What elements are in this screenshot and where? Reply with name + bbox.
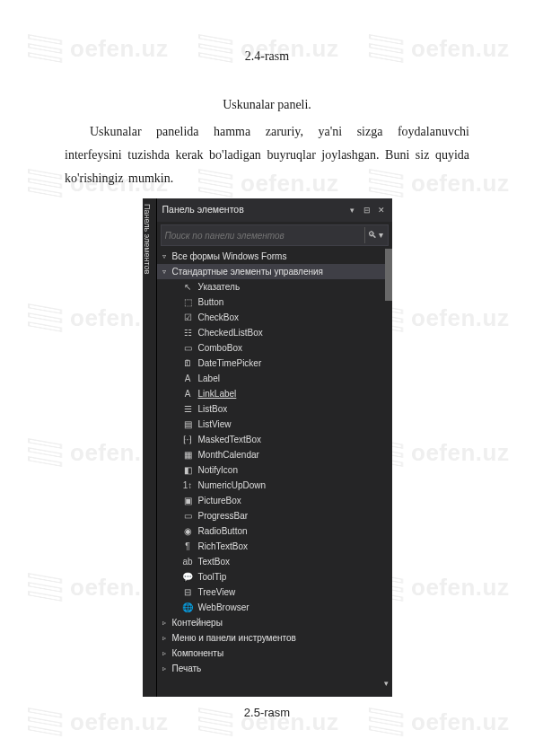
toolbox-item-label: CheckedListBox [198,327,263,339]
toolbox-item[interactable]: 🌐WebBrowser [157,600,392,615]
figure-label-top: 2.4-rasm [65,45,469,68]
numeric-icon: 1↕ [182,479,194,491]
toolbox-item-label: MaskedTextBox [198,434,262,446]
toolbox-item[interactable]: ☷CheckedListBox [157,325,392,340]
subtitle: Uskunalar paneli. [65,93,469,117]
expander-icon[interactable]: ▹ [161,633,168,643]
dropdown-icon[interactable]: ▾ [347,205,358,215]
toolbox-item[interactable]: ☰ListBox [157,401,392,417]
toolbox-item-label: DateTimePicker [198,357,262,370]
scroll-down-icon[interactable]: ▾ [157,676,392,693]
group-label: Все формы Windows Forms [172,251,287,263]
toolbox-item-label: LinkLabel [198,388,237,400]
textbox-icon: ab [182,556,194,567]
toolbox-item-label: ToolTip [198,571,227,584]
toolbox-group[interactable]: ▹Компоненты [157,646,392,661]
toolbox-group[interactable]: ▹Печать [157,661,392,676]
toolbox-item[interactable]: 1↕NumericUpDown [157,478,392,493]
toolbox-item-label: NotifyIcon [198,464,238,477]
toolbox-search[interactable]: 🔍︎ ▾ [161,224,389,247]
toolbox-item[interactable]: 💬ToolTip [157,569,392,585]
toolbox-item[interactable]: ALabel [157,371,392,386]
toolbox-item-label: ProgressBar [198,510,249,523]
toolbox-item[interactable]: ◉RadioButton [157,523,392,539]
toolbox-item[interactable]: ¶RichTextBox [157,539,392,554]
listview-icon: ▤ [182,418,194,430]
toolbox-item-label: CheckBox [198,312,240,324]
cursor-icon: ↖ [182,281,194,293]
check-icon: ☑ [182,312,194,323]
listbox-icon: ☰ [182,403,194,415]
toolbox-item[interactable]: ▭ProgressBar [157,508,392,523]
toolbox-group[interactable]: ▹Контейнеры [157,615,392,630]
expander-icon[interactable]: ▿ [161,267,168,277]
month-icon: ▦ [182,449,194,461]
expander-icon[interactable]: ▹ [161,618,168,628]
toolbox-item[interactable]: ▤ListView [157,417,392,432]
richtext-icon: ¶ [182,541,194,552]
paragraph: Uskunalar panelida hamma zaruriy, ya'ni … [65,120,469,190]
toolbox-item[interactable]: ◧NotifyIcon [157,462,392,478]
toolbox-item[interactable]: abTextBox [157,554,392,569]
toolbox-item[interactable]: ↖Указатель [157,279,392,294]
toolbox-item-label: ComboBox [198,342,242,355]
group-label: Меню и панели инструментов [172,632,296,645]
linklabel-icon: A [182,388,194,400]
toolbox-item[interactable]: ☑CheckBox [157,310,392,325]
search-icon[interactable]: 🔍︎ ▾ [364,227,384,244]
toolbox-group[interactable]: ▿ Все формы Windows Forms [157,249,392,264]
combo-icon: ▭ [182,342,194,354]
group-label: Печать [172,663,202,675]
toolbox-item-label: RadioButton [198,525,248,538]
label-icon: A [182,373,194,384]
masked-icon: ⁅·⁆ [182,434,194,445]
expander-icon[interactable]: ▹ [161,648,168,658]
web-icon: 🌐 [182,602,194,613]
date-icon: 🗓 [182,357,194,369]
toolbox-header: Панель элементов ▾ ⊟ ✕ [157,198,392,221]
document-content: 2.4-rasm Uskunalar paneli. Uskunalar pan… [0,0,534,756]
toolbox-item-label: Button [198,296,224,309]
expander-icon[interactable]: ▿ [161,251,168,261]
toolbox-item[interactable]: ▦MonthCalendar [157,447,392,462]
toolbox-title: Панель элементов [162,201,344,218]
toolbox-item[interactable]: ALinkLabel [157,386,392,401]
toolbox-item-label: PictureBox [198,495,241,507]
progress-icon: ▭ [182,510,194,522]
toolbox-group[interactable]: ▿ Стандартные элементы управления [157,264,392,279]
side-tab[interactable]: Панель элементов [143,198,157,697]
picture-icon: ▣ [182,495,194,506]
search-input[interactable] [165,231,364,241]
toolbox-screenshot: Панель элементов Панель элементов ▾ ⊟ ✕ … [143,198,392,697]
close-icon[interactable]: ✕ [376,205,387,215]
figure-label-bottom: 2.5-rasm [65,702,469,724]
toolbox-item-label: ListView [198,418,232,431]
tooltip-icon: 💬 [182,571,194,583]
toolbox-item-label: WebBrowser [198,602,249,614]
group-label: Компоненты [172,647,224,660]
toolbox-item-label: ListBox [198,403,228,416]
toolbox-item[interactable]: ⁅·⁆MaskedTextBox [157,432,392,447]
expander-icon[interactable]: ▹ [161,664,168,673]
button-icon: ⬚ [182,296,194,308]
toolbox-item[interactable]: ⊟TreeView [157,585,392,600]
toolbox-item-label: MonthCalendar [198,449,259,462]
toolbox-item[interactable]: ▭ComboBox [157,340,392,356]
toolbox-scroll[interactable]: ▿ Все формы Windows Forms ▿ Стандартные … [157,249,392,697]
radio-icon: ◉ [182,525,194,537]
group-label: Контейнеры [172,617,223,629]
checklist-icon: ☷ [182,327,194,338]
toolbox-item-label: RichTextBox [198,541,249,553]
toolbox-group[interactable]: ▹Меню и панели инструментов [157,630,392,646]
toolbox-item[interactable]: 🗓DateTimePicker [157,356,392,371]
toolbox-panel: Панель элементов ▾ ⊟ ✕ 🔍︎ ▾ ▿ Все формы … [157,198,392,697]
group-label: Стандартные элементы управления [172,266,323,278]
toolbox-item-label: Указатель [198,281,241,294]
toolbox-item-label: TreeView [198,586,236,599]
toolbox-item[interactable]: ▣PictureBox [157,493,392,508]
notify-icon: ◧ [182,464,194,476]
toolbox-item-label: NumericUpDown [198,479,267,492]
tree-icon: ⊟ [182,586,194,598]
pin-icon[interactable]: ⊟ [362,205,372,215]
toolbox-item[interactable]: ⬚Button [157,294,392,310]
